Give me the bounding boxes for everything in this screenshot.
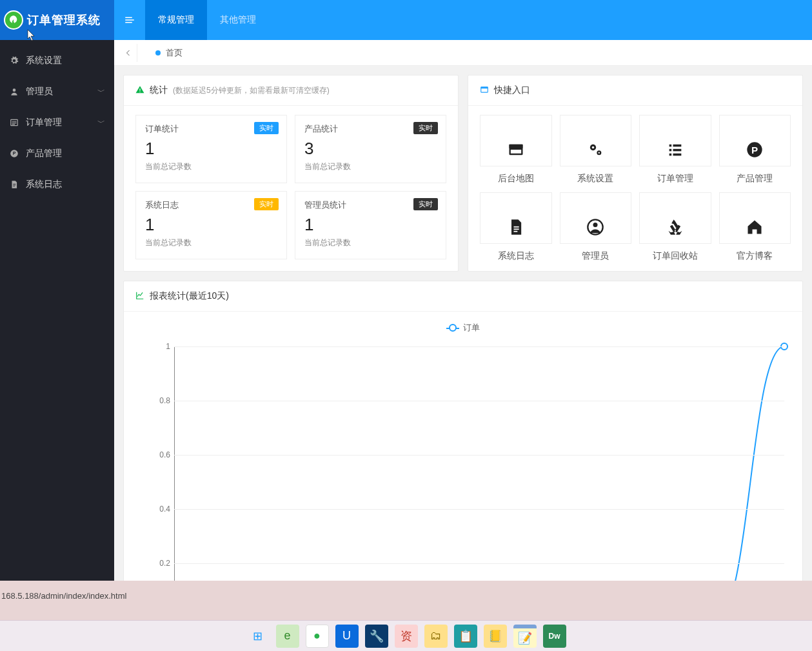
quick-label: 管理员: [560, 250, 632, 262]
quick-label: 系统日志: [480, 250, 552, 262]
quick-item[interactable]: [480, 192, 552, 244]
chart-legend[interactable]: 订单: [446, 322, 480, 334]
svg-rect-4: [139, 88, 140, 91]
topbar: 订单管理系统 常规管理 其他管理: [0, 0, 812, 40]
stat-label: 当前总记录数: [304, 237, 437, 248]
window-icon: [507, 141, 525, 163]
stats-header: 统计 (数据延迟5分钟更新，如需看最新可清空缓存): [124, 75, 458, 106]
taskbar-browser-icon[interactable]: e: [276, 625, 299, 648]
svg-rect-17: [669, 149, 671, 152]
chevron-down-icon: ﹀: [97, 117, 105, 128]
tab-label: 首页: [166, 47, 183, 59]
quick-header: 快捷入口: [468, 75, 802, 106]
svg-rect-7: [481, 86, 488, 88]
sidebar-item-orders[interactable]: 订单管理 ﹀: [0, 107, 114, 138]
sidebar-item-label: 产品管理: [26, 148, 62, 159]
tab-back-button[interactable]: [119, 44, 137, 62]
user-icon: [586, 218, 604, 241]
quick-item[interactable]: [560, 192, 632, 244]
svg-rect-24: [513, 228, 519, 230]
chevron-down-icon: ﹀: [97, 86, 105, 97]
stat-value: 1: [304, 215, 437, 235]
stat-value: 3: [304, 139, 437, 159]
quick-item[interactable]: P: [719, 115, 791, 166]
stat-box[interactable]: 订单统计 1 当前总记录数 实时: [135, 115, 287, 183]
svg-rect-10: [511, 150, 521, 154]
y-tick-label: 0.4: [148, 505, 170, 514]
stat-badge: 实时: [254, 122, 279, 134]
legend-marker-icon: [446, 325, 459, 331]
svg-point-14: [599, 152, 600, 154]
svg-rect-20: [673, 154, 681, 156]
doc-icon: [9, 179, 19, 190]
doc-icon: [507, 218, 525, 241]
tab-home[interactable]: 首页: [145, 43, 193, 63]
quick-item[interactable]: [639, 115, 711, 166]
svg-point-12: [592, 146, 595, 149]
taskbar-wechat-icon[interactable]: ●: [306, 625, 329, 648]
stats-title: 统计: [150, 85, 168, 96]
stat-box[interactable]: 系统日志 1 当前总记录数 实时: [135, 191, 287, 259]
y-tick-label: 0.2: [148, 559, 170, 568]
nav-tab-regular[interactable]: 常规管理: [145, 0, 207, 40]
quick-item[interactable]: [639, 192, 711, 244]
grid-line: [174, 346, 784, 347]
chart-line: [174, 346, 784, 581]
logo-area: 订单管理系统: [0, 0, 114, 40]
tabs-bar: 首页: [114, 40, 812, 66]
stat-box[interactable]: 产品统计 3 当前总记录数 实时: [295, 115, 446, 183]
taskbar-app-u-icon[interactable]: U: [335, 625, 359, 648]
grid-line: [174, 509, 784, 510]
svg-rect-18: [673, 149, 681, 152]
recycle-icon: [666, 218, 684, 241]
svg-rect-25: [513, 231, 517, 232]
svg-rect-16: [673, 145, 681, 147]
chart-icon: [135, 291, 144, 302]
app-title: 订单管理系统: [27, 12, 101, 28]
taskbar: ⊞e●U🔧资🗂📋📒📝Dw: [0, 620, 812, 651]
taskbar-app-red-icon[interactable]: 资: [395, 625, 418, 648]
stat-value: 1: [145, 139, 277, 159]
stat-box[interactable]: 管理员统计 1 当前总记录数 实时: [295, 191, 446, 259]
taskbar-files-icon[interactable]: 🗂: [424, 625, 448, 648]
y-tick-label: 1: [148, 342, 170, 351]
taskbar-nav-icon[interactable]: 🔧: [365, 625, 388, 648]
chart-card: 报表统计(最近10天) 订单 0.20.40.60.81: [123, 281, 803, 581]
sidebar-item-label: 订单管理: [26, 117, 62, 128]
p-badge-icon: P: [746, 141, 764, 163]
taskbar-start-icon[interactable]: ⊞: [246, 625, 270, 648]
svg-rect-23: [513, 226, 519, 228]
collapse-sidebar-button[interactable]: [114, 14, 145, 26]
user-icon: [9, 86, 19, 97]
chart-plot: 0.20.40.60.81: [174, 346, 784, 581]
quick-label: 产品管理: [719, 173, 791, 185]
quick-label: 系统设置: [560, 173, 632, 185]
taskbar-dw-icon[interactable]: Dw: [543, 625, 566, 648]
taskbar-todo-icon[interactable]: 📋: [454, 625, 477, 648]
nav-tab-label: 其他管理: [220, 14, 256, 26]
nav-tab-other[interactable]: 其他管理: [207, 0, 269, 40]
quick-item[interactable]: [480, 115, 552, 166]
p-icon: P: [9, 148, 19, 159]
sidebar-item-label: 管理员: [26, 86, 53, 97]
quick-item[interactable]: [719, 192, 791, 244]
grid-line: [174, 401, 784, 401]
sidebar-item-products[interactable]: P 产品管理: [0, 138, 114, 169]
svg-text:P: P: [13, 151, 16, 155]
svg-text:P: P: [751, 145, 758, 155]
stat-label: 当前总记录数: [145, 237, 277, 248]
stat-badge: 实时: [413, 122, 438, 134]
grid-line: [174, 563, 784, 564]
browser-status-url: 168.5.188/admin/index/index.html: [0, 588, 128, 603]
taskbar-notepad-icon[interactable]: 📝: [513, 625, 537, 648]
y-tick-label: 0.8: [148, 396, 170, 405]
sidebar-item-admin[interactable]: 管理员 ﹀: [0, 76, 114, 107]
sidebar-item-system-settings[interactable]: 系统设置: [0, 45, 114, 76]
sidebar-item-logs[interactable]: 系统日志: [0, 169, 114, 200]
warning-icon: [135, 85, 144, 96]
y-tick-label: 0.6: [148, 450, 170, 459]
taskbar-book-icon[interactable]: 📒: [484, 625, 507, 648]
quick-item[interactable]: [560, 115, 632, 166]
svg-rect-15: [669, 145, 671, 147]
list-icon: [9, 117, 19, 128]
